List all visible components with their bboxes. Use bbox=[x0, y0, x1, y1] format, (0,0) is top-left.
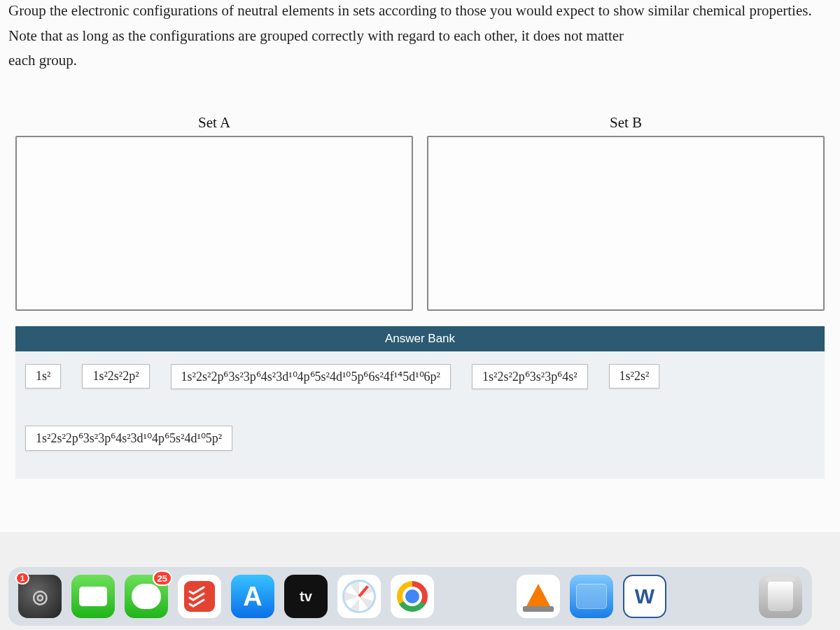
config-tile[interactable]: 1s²2s²2p⁶3s²3p⁶4s² bbox=[472, 364, 588, 389]
chrome-icon[interactable] bbox=[391, 575, 434, 618]
instruction-line-2: Note that as long as the configurations … bbox=[8, 25, 832, 48]
config-tile[interactable]: 1s² bbox=[25, 364, 61, 388]
config-tile[interactable]: 1s²2s²2p⁶3s²3p⁶4s²3d¹⁰4p⁶5s²4d¹⁰5p⁶6s²4f… bbox=[171, 364, 451, 389]
instruction-line-3: each group. bbox=[8, 50, 832, 72]
word-icon[interactable]: W bbox=[623, 575, 666, 618]
word-label: W bbox=[635, 584, 654, 608]
sets-row: Set A Set B bbox=[8, 114, 832, 311]
set-b-dropzone[interactable] bbox=[427, 136, 825, 311]
config-tile[interactable]: 1s²2s²2p² bbox=[82, 364, 149, 388]
set-b-label: Set B bbox=[427, 114, 825, 132]
atat-app-icon[interactable]: ◎ 1 bbox=[18, 575, 62, 618]
set-a-block: Set A bbox=[15, 114, 413, 311]
appletv-icon[interactable]: tv bbox=[284, 575, 328, 618]
vlc-icon[interactable] bbox=[517, 575, 560, 618]
facetime-icon[interactable] bbox=[71, 575, 115, 618]
safari-icon[interactable] bbox=[337, 575, 381, 618]
question-panel: Group the electronic configurations of n… bbox=[0, 0, 840, 532]
answer-bank: 1s² 1s²2s²2p² 1s²2s²2p⁶3s²3p⁶4s²3d¹⁰4p⁶5… bbox=[15, 351, 825, 479]
tv-label: tv bbox=[300, 589, 312, 605]
set-b-block: Set B bbox=[427, 114, 825, 311]
messages-icon[interactable]: 25 bbox=[125, 575, 168, 618]
config-tile[interactable]: 1s²2s²2p⁶3s²3p⁶4s²3d¹⁰4p⁶5s²4d¹⁰5p² bbox=[25, 426, 232, 451]
trash-icon[interactable] bbox=[759, 575, 802, 618]
files-icon[interactable] bbox=[570, 575, 613, 618]
instructions-block: Group the electronic configurations of n… bbox=[8, 0, 832, 72]
instruction-line-1: Group the electronic configurations of n… bbox=[8, 0, 832, 22]
macos-dock: ◎ 1 25 A tv W bbox=[8, 567, 812, 626]
answer-bank-header: Answer Bank bbox=[15, 326, 825, 351]
config-tile[interactable]: 1s²2s² bbox=[609, 364, 660, 388]
badge: 25 bbox=[153, 570, 172, 586]
set-a-label: Set A bbox=[15, 114, 413, 132]
badge: 1 bbox=[15, 572, 29, 584]
appstore-icon[interactable]: A bbox=[231, 575, 274, 618]
set-a-dropzone[interactable] bbox=[15, 136, 413, 311]
todoist-icon[interactable] bbox=[178, 575, 221, 618]
